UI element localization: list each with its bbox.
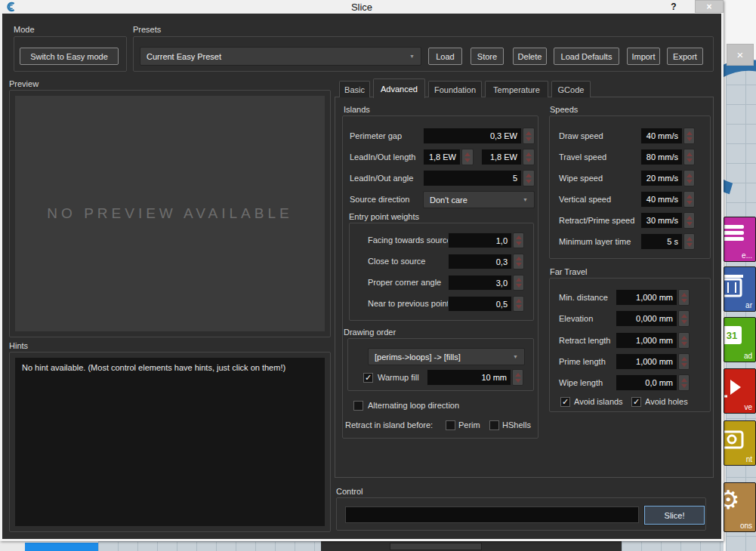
preview-group-title: Preview — [9, 79, 39, 88]
toolbar-print-button[interactable]: nt — [724, 420, 756, 466]
screen: × e... ar 31 ad ve — [0, 0, 756, 551]
load-defaults-button[interactable]: Load Defaults — [554, 48, 619, 65]
play-icon — [724, 375, 744, 399]
no-preview-text: NO PREVIEW AVAILABLE — [47, 205, 292, 222]
mode-group-title: Mode — [14, 25, 35, 34]
hints-panel: No hint available. (Most control element… — [15, 358, 325, 526]
preview-panel: NO PREVIEW AVAILABLE — [15, 96, 325, 331]
trash-icon — [724, 273, 744, 297]
background-panel-close-button[interactable]: × — [727, 44, 754, 66]
slice-icon — [724, 223, 745, 246]
camera-icon — [724, 427, 744, 450]
store-button[interactable]: Store — [471, 48, 504, 65]
import-button[interactable]: Import — [627, 48, 660, 65]
control-group-title: Control — [336, 487, 363, 496]
toolbar-clear-button[interactable]: ar — [724, 266, 756, 312]
background-bottom-accent — [25, 543, 98, 551]
toolbar-load-button[interactable]: 31 ad — [724, 317, 756, 362]
toolbar-options-button[interactable]: ⚙ ons — [724, 482, 756, 532]
slice-button[interactable]: Slice! — [644, 506, 705, 525]
tab-foundation[interactable]: Foundation — [428, 81, 482, 97]
background-bottom-bed-left — [98, 541, 321, 551]
gear-icon: ⚙ — [724, 485, 739, 515]
tab-basic[interactable]: Basic — [339, 81, 370, 97]
dialog-close-button[interactable]: × — [695, 0, 724, 13]
presets-group-title: Presets — [133, 25, 161, 34]
dialog-help-button[interactable]: ? — [668, 2, 680, 12]
tab-gcode[interactable]: GCode — [551, 81, 591, 97]
hint-text: No hint available. (Most control element… — [22, 363, 285, 372]
dialog-title: Slice — [0, 2, 724, 13]
toolbar-save-button[interactable]: ve — [724, 368, 756, 414]
dialog-titlebar[interactable]: Slice — [0, 0, 724, 14]
hints-group-title: Hints — [9, 341, 28, 350]
switch-easy-mode-button[interactable]: Switch to Easy mode — [20, 48, 119, 65]
tab-temperature[interactable]: Temperature — [485, 81, 548, 97]
preset-select[interactable]: Current Easy Preset — [140, 47, 421, 66]
tab-panel — [335, 97, 714, 478]
slice-progress-bar — [345, 506, 639, 523]
export-button[interactable]: Export — [667, 48, 703, 65]
load-button[interactable]: Load — [428, 48, 462, 65]
svg-text:31: 31 — [727, 330, 737, 341]
app-logo-icon — [5, 2, 16, 12]
tab-advanced[interactable]: Advanced — [373, 78, 425, 98]
delete-button[interactable]: Delete — [513, 48, 547, 65]
background-bottom-widget — [390, 543, 482, 550]
load-icon: 31 — [724, 324, 744, 346]
toolbar-slice-button[interactable]: e... — [724, 217, 756, 262]
craftware-logo-watermark — [722, 57, 756, 200]
background-bottom-bed-right — [622, 541, 724, 551]
